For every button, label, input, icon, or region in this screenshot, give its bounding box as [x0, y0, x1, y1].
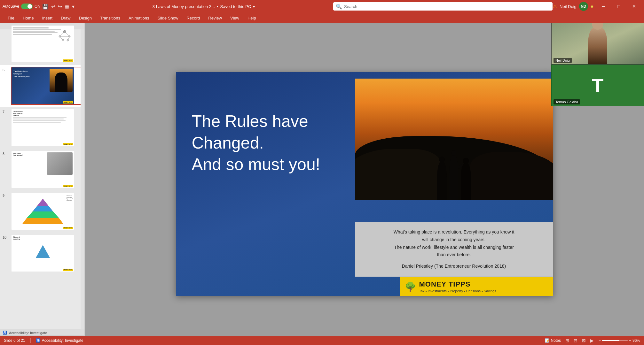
search-bar[interactable]: 🔍 [333, 2, 553, 11]
quote-text: What's taking place is a revolution. Eve… [364, 228, 544, 259]
main-slide[interactable]: The Rules have Changed. And so must you! [176, 72, 553, 296]
warning-icon: ⚠ [553, 4, 557, 10]
present-icon[interactable]: ▦ [65, 4, 69, 10]
slide-right-column: What's taking place is a revolution. Eve… [355, 72, 553, 296]
menu-draw[interactable]: Draw [57, 14, 74, 22]
save-icon[interactable]: 💾 [42, 4, 49, 10]
slide-thumbnail-5[interactable]: 5 [0, 23, 84, 65]
slide-7-thumb[interactable]: The FinancialPlan Used toBe Easy MONEY T… [11, 109, 82, 147]
zoom-fill [602, 340, 619, 341]
redo-icon[interactable]: ↪ [58, 4, 62, 10]
zoom-level: 96% [632, 338, 640, 343]
slide-thumbnail-6[interactable]: 6 The Rules have Changed. And so must yo… [0, 65, 84, 107]
quick-access-toolbar: 💾 ↩ ↪ ▦ ▾ [42, 4, 75, 10]
status-sep-1 [30, 338, 31, 343]
menu-file[interactable]: File [4, 14, 18, 22]
accessibility-icon-status: ♿ [36, 338, 41, 343]
autosave-area[interactable]: AutoSave On [3, 4, 40, 9]
user-avatar[interactable]: ND [579, 2, 588, 11]
menu-insert[interactable]: Insert [38, 14, 57, 22]
tomas-name-tag: Tomas Galaba [554, 99, 580, 104]
slide-6-number: 6 [3, 67, 8, 72]
accessibility-status: Accessibility: Investigate [9, 331, 47, 335]
zoom-out-button[interactable]: − [599, 338, 601, 343]
menu-transitions[interactable]: Transitions [96, 14, 124, 22]
money-tipps-banner: 🌳 MONEY TIPPS Tax - Investments - Proper… [400, 277, 553, 296]
slide-9-number: 9 [3, 192, 8, 197]
status-right: 📝 Notes ⊞ ⊟ ⊠ ▶ − + 96% [545, 337, 640, 344]
premium-icon[interactable]: ♦ [591, 3, 593, 10]
slide-8-thumb[interactable]: Why InvestYour Money? MONEY TIPPS [11, 150, 82, 188]
minimize-button[interactable]: ─ [596, 0, 611, 13]
tipps-tree-icon: 🌳 [405, 281, 416, 292]
slide-6-thumb[interactable]: The Rules have Changed. And so must you!… [11, 67, 82, 105]
video-overlay: Neil Doig T Tomas Galaba [551, 23, 644, 106]
svg-marker-14 [37, 199, 49, 206]
slide10-triangle [36, 245, 50, 258]
slide-counter: Slide 6 of 21 [4, 338, 25, 343]
undo-icon[interactable]: ↩ [51, 4, 55, 10]
slide-sorter-button[interactable]: ⊟ [572, 337, 579, 344]
panel-scrollbar[interactable] [81, 29, 84, 329]
window-controls: ─ □ ✕ [596, 0, 641, 13]
heading-line1: The Rules have [192, 112, 308, 130]
slide-10-number: 10 [3, 234, 8, 239]
menu-design[interactable]: Design [75, 14, 96, 22]
doc-title-area: 3 Laws of Money presentation 2... • Save… [75, 4, 333, 9]
svg-marker-15 [33, 206, 53, 211]
tomas-galaba-video-panel: T Tomas Galaba [551, 65, 644, 106]
slide-10-thumb[interactable]: 3 Laws ofInvesting MONEY TIPPS [11, 234, 82, 272]
zoom-area: − + 96% [599, 338, 640, 343]
svg-line-5 [60, 32, 65, 36]
slide-thumbnail-8[interactable]: 8 Why InvestYour Money? MONEY TIPPS [0, 149, 84, 190]
main-layout: ▲ 5 [0, 23, 644, 345]
save-state: Saved to this PC [220, 4, 251, 9]
menu-record[interactable]: Record [183, 14, 204, 22]
search-input[interactable] [344, 4, 550, 9]
menu-animations[interactable]: Animations [125, 14, 153, 22]
title-dropdown-icon[interactable]: ▾ [253, 4, 255, 9]
slide-thumbnail-10[interactable]: 10 3 Laws ofInvesting MONEY TIPPS [0, 232, 84, 274]
menu-slideshow[interactable]: Slide Show [153, 14, 182, 22]
title-bar: AutoSave On 💾 ↩ ↪ ▦ ▾ 3 Laws of Money pr… [0, 0, 644, 13]
user-area: ⚠ Neil Doig ND ♦ [553, 2, 593, 11]
slide-thumbnail-7[interactable]: 7 The FinancialPlan Used toBe Easy MONEY… [0, 107, 84, 149]
photo-hills-right [470, 152, 553, 200]
user-initials: ND [581, 4, 586, 9]
zoom-in-button[interactable]: + [629, 338, 631, 343]
search-icon: 🔍 [336, 4, 342, 10]
slide-8-number: 8 [3, 150, 8, 156]
slide5-logo: MONEY TIPPS [63, 59, 73, 62]
slideshow-view-button[interactable]: ▶ [588, 337, 596, 344]
slide6-logo: MONEY TIPPS [63, 101, 73, 103]
accessibility-status-bar[interactable]: ♿ Accessibility: Investigate [36, 338, 83, 343]
notes-button[interactable]: 📝 Notes [545, 338, 561, 343]
canvas-area: The Rules have Changed. And so must you! [85, 23, 644, 345]
slide7-logo: MONEY TIPPS [63, 143, 73, 145]
svg-line-6 [65, 32, 69, 36]
autosave-state: On [35, 4, 40, 9]
menu-bar: File Home Insert Draw Design Transitions… [0, 13, 644, 23]
slide9-labels: AbrahamMaslow'sPyramid ofMotivation [67, 195, 73, 201]
restore-button[interactable]: □ [611, 0, 626, 13]
normal-view-button[interactable]: ⊞ [563, 337, 571, 344]
accessibility-icon: ♿ [3, 331, 7, 335]
notes-icon: 📝 [545, 338, 550, 343]
dropdown-icon[interactable]: ▾ [72, 4, 75, 10]
menu-home[interactable]: Home [19, 14, 38, 22]
menu-view[interactable]: View [226, 14, 243, 22]
slide-main-heading: The Rules have Changed. And so must you! [192, 111, 371, 175]
autosave-toggle[interactable] [21, 4, 33, 9]
menu-review[interactable]: Review [204, 14, 226, 22]
menu-help[interactable]: Help [244, 14, 260, 22]
zoom-slider[interactable] [602, 340, 628, 341]
slide-5-thumb[interactable]: MONEY TIPPS [11, 25, 82, 63]
slide-9-thumb[interactable]: AbrahamMaslow'sPyramid ofMotivation MONE… [11, 192, 82, 230]
close-button[interactable]: ✕ [627, 0, 641, 13]
tipps-title: MONEY TIPPS [419, 280, 496, 288]
reading-view-button[interactable]: ⊠ [580, 337, 588, 344]
slide-thumbnail-9[interactable]: 9 [0, 190, 84, 232]
neil-doig-video-panel: Neil Doig [551, 23, 644, 65]
view-buttons: ⊞ ⊟ ⊠ ▶ [563, 337, 596, 344]
slide-photo [355, 79, 553, 200]
